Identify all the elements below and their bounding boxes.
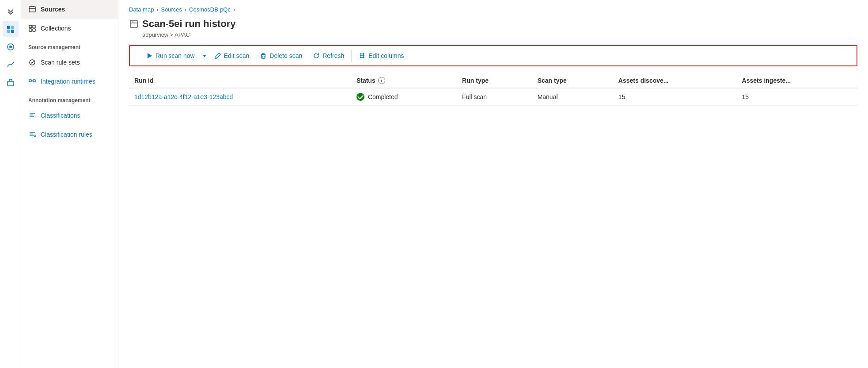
main-content: Data map › Sources › CosmosDB-pQc › Scan… [118, 0, 868, 368]
page-title-icon [129, 19, 139, 29]
scan-history-table: Run id Status i Run type Scan type [129, 73, 857, 106]
svg-rect-0 [7, 26, 10, 29]
table-header-row: Run id Status i Run type Scan type [129, 73, 857, 88]
run-id-link[interactable]: 1d12b12a-a12c-4f12-a1e3-123abcd [134, 93, 233, 100]
management-nav-icon[interactable] [3, 74, 19, 90]
svg-rect-2 [7, 30, 10, 33]
run-scan-dropdown[interactable] [200, 50, 209, 61]
run-scan-label: Run scan now [155, 52, 195, 59]
edit-columns-button[interactable]: Edit columns [353, 50, 409, 62]
sidebar-item-classifications[interactable]: Classifications [21, 106, 118, 125]
breadcrumb-cosmosdb[interactable]: CosmosDB-pQc [189, 6, 231, 13]
edit-scan-button[interactable]: Edit scan [209, 50, 255, 62]
svg-rect-3 [11, 30, 14, 33]
sidebar-item-classification-rules[interactable]: Classification rules [21, 125, 118, 144]
sidebar-item-sources-label: Sources [41, 6, 65, 13]
sidebar: Sources Collections Source management Sc… [21, 0, 118, 368]
page-subtitle: adpurview > APAC [142, 31, 857, 38]
svg-marker-22 [203, 55, 206, 57]
catalog-nav-icon[interactable] [3, 39, 19, 55]
table-container: Run id Status i Run type Scan type [118, 73, 868, 368]
svg-rect-18 [130, 20, 137, 27]
sidebar-item-scan-rule-sets[interactable]: Scan rule sets [21, 53, 118, 72]
svg-rect-10 [33, 25, 35, 28]
edit-columns-icon [359, 52, 366, 59]
svg-rect-23 [262, 54, 265, 58]
svg-rect-1 [11, 26, 14, 29]
col-header-run-id: Run id [129, 73, 351, 88]
edit-scan-label: Edit scan [224, 52, 250, 59]
cell-assets-ingested: 15 [737, 88, 857, 106]
icon-rail [0, 0, 21, 368]
sidebar-classification-rules-label: Classification rules [41, 131, 92, 138]
svg-rect-7 [29, 7, 35, 12]
svg-rect-15 [33, 80, 35, 82]
delete-scan-label: Delete scan [269, 52, 302, 59]
status-text: Completed [368, 93, 398, 100]
sidebar-item-collections-label: Collections [41, 25, 71, 32]
cell-run-type: Full scan [457, 88, 532, 106]
page-title-text: Scan-5ei run history [142, 18, 236, 30]
sidebar-item-sources[interactable]: Sources [21, 0, 118, 19]
status-info-icon[interactable]: i [378, 77, 385, 84]
svg-rect-11 [29, 29, 32, 31]
page-header: Scan-5ei run history adpurview > APAC [118, 16, 868, 43]
data-map-nav-icon[interactable] [3, 21, 19, 37]
source-management-header: Source management [21, 38, 118, 53]
insights-nav-icon[interactable] [3, 57, 19, 73]
breadcrumb-sep-3: › [233, 7, 235, 13]
col-header-status: Status i [351, 73, 457, 88]
refresh-icon [313, 52, 320, 59]
svg-rect-6 [8, 81, 14, 86]
svg-point-17 [34, 135, 36, 137]
sidebar-integration-runtimes-label: Integration runtimes [41, 78, 95, 85]
col-header-run-type: Run type [457, 73, 532, 88]
svg-rect-9 [29, 25, 32, 28]
svg-rect-14 [29, 80, 31, 82]
run-scan-now-button[interactable]: Run scan now [140, 50, 200, 62]
col-header-scan-type: Scan type [532, 73, 613, 88]
refresh-label: Refresh [322, 52, 344, 59]
edit-columns-label: Edit columns [368, 52, 404, 59]
sidebar-item-collections[interactable]: Collections [21, 19, 118, 38]
delete-scan-button[interactable]: Delete scan [254, 50, 307, 62]
sidebar-classifications-label: Classifications [41, 112, 80, 119]
cell-run-id: 1d12b12a-a12c-4f12-a1e3-123abcd [129, 88, 351, 106]
run-scan-icon [146, 52, 153, 59]
breadcrumb-data-map[interactable]: Data map [129, 6, 154, 13]
breadcrumb-sep-2: › [185, 7, 186, 13]
svg-rect-12 [33, 29, 35, 31]
refresh-button[interactable]: Refresh [307, 50, 349, 62]
breadcrumb: Data map › Sources › CosmosDB-pQc › [118, 0, 868, 16]
cell-scan-type: Manual [532, 88, 613, 106]
col-header-assets-discovered: Assets discove... [613, 73, 737, 88]
svg-marker-21 [148, 53, 152, 58]
breadcrumb-sources[interactable]: Sources [161, 6, 182, 13]
table-row: 1d12b12a-a12c-4f12-a1e3-123abcd Complete… [129, 88, 857, 106]
dropdown-arrow-icon [202, 53, 207, 58]
delete-scan-icon [260, 52, 267, 59]
sidebar-item-integration-runtimes[interactable]: Integration runtimes [21, 72, 118, 91]
edit-scan-icon [214, 52, 221, 59]
svg-point-5 [9, 46, 12, 48]
sidebar-scan-rule-sets-label: Scan rule sets [41, 59, 80, 66]
annotation-management-header: Annotation management [21, 91, 118, 106]
status-completed-icon [356, 93, 364, 101]
col-header-assets-ingested: Assets ingeste... [737, 73, 857, 88]
page-title: Scan-5ei run history [129, 18, 857, 30]
toolbar: Run scan now Edit scan Delete scan Refre… [129, 45, 857, 66]
toolbar-divider [351, 50, 352, 62]
breadcrumb-sep-1: › [156, 7, 158, 13]
expand-icon[interactable] [3, 4, 19, 19]
cell-status: Completed [351, 88, 457, 106]
cell-assets-discovered: 15 [613, 88, 737, 106]
